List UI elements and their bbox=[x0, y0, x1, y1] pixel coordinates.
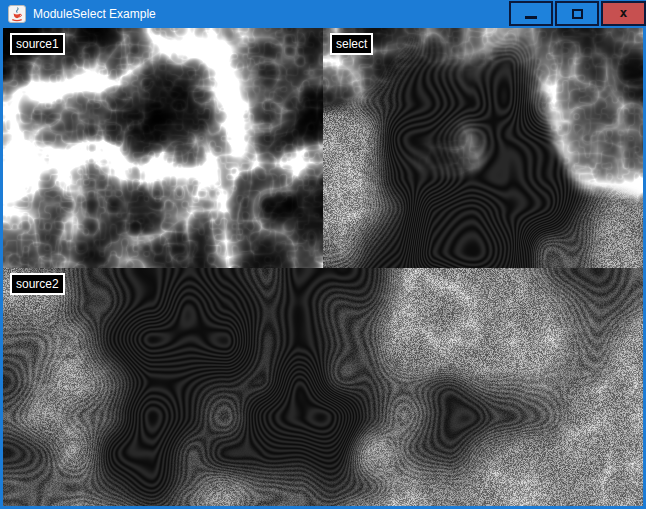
window-title: ModuleSelect Example bbox=[33, 7, 156, 21]
close-icon: x bbox=[620, 6, 628, 19]
source1-label: source1 bbox=[10, 33, 65, 55]
app-window: ModuleSelect Example x source1 select so… bbox=[0, 0, 646, 509]
source2-noise-image bbox=[3, 268, 643, 506]
select-noise-image bbox=[323, 28, 643, 268]
render-area: source1 select source2 bbox=[3, 28, 643, 506]
maximize-button[interactable] bbox=[555, 1, 599, 26]
minimize-button[interactable] bbox=[509, 1, 553, 26]
source2-label: source2 bbox=[10, 273, 65, 295]
window-controls: x bbox=[509, 1, 646, 26]
titlebar[interactable]: ModuleSelect Example x bbox=[0, 0, 646, 28]
minimize-icon bbox=[525, 16, 537, 19]
java-coffee-cup-icon bbox=[8, 5, 26, 23]
maximize-icon bbox=[572, 9, 583, 19]
select-label: select bbox=[330, 33, 373, 55]
close-button[interactable]: x bbox=[601, 1, 646, 26]
source1-noise-image bbox=[3, 28, 323, 268]
